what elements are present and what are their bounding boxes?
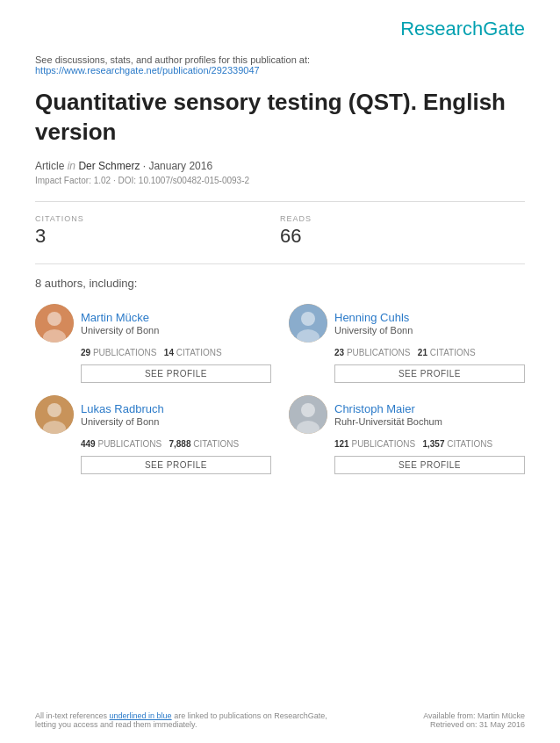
author-university-1: University of Bonn xyxy=(334,325,413,335)
author-stats-3: 121 PUBLICATIONS 1,357 CITATIONS xyxy=(334,439,525,449)
see-profile-button-3[interactable]: SEE PROFILE xyxy=(334,456,525,474)
author-university-2: University of Bonn xyxy=(81,416,164,427)
footer-left: All in-text references underlined in blu… xyxy=(35,711,327,729)
author-top-1: Henning Cuhls University of Bonn xyxy=(289,304,525,343)
author-info-2: Lukas Radbruch University of Bonn xyxy=(81,402,164,427)
author-name-1[interactable]: Henning Cuhls xyxy=(334,311,413,324)
divider-2 xyxy=(35,263,525,264)
svg-point-1 xyxy=(47,312,61,326)
author-card-2: Lukas Radbruch University of Bonn 449 PU… xyxy=(35,395,271,474)
author-avatar-3 xyxy=(289,395,327,434)
see-profile-button-2[interactable]: SEE PROFILE xyxy=(81,456,271,474)
authors-grid: Martin Mücke University of Bonn 29 PUBLI… xyxy=(35,304,525,474)
author-card-3: Christoph Maier Ruhr-Universität Bochum … xyxy=(289,395,525,474)
footer-right: Available from: Martin Mücke Retrieved o… xyxy=(423,711,525,729)
divider-1 xyxy=(35,201,525,202)
authors-label: 8 authors, including: xyxy=(35,277,525,290)
article-title: Quantitative sensory testing (QST). Engl… xyxy=(35,88,525,148)
author-name-0[interactable]: Martin Mücke xyxy=(81,311,159,324)
author-card-1: Henning Cuhls University of Bonn 23 PUBL… xyxy=(289,304,525,383)
footer: All in-text references underlined in blu… xyxy=(35,711,525,729)
see-profile-button-1[interactable]: SEE PROFILE xyxy=(334,364,525,383)
author-name-2[interactable]: Lukas Radbruch xyxy=(81,402,164,415)
reads-label: READS xyxy=(280,214,525,223)
publication-link[interactable]: https://www.researchgate.net/publication… xyxy=(35,65,260,76)
intro-text: See discussions, stats, and author profi… xyxy=(35,54,525,76)
author-top-3: Christoph Maier Ruhr-Universität Bochum xyxy=(289,395,525,434)
article-meta: Article in Der Schmerz · January 2016 xyxy=(35,160,525,172)
author-name-3[interactable]: Christoph Maier xyxy=(334,402,442,415)
brand-logo: ResearchGate xyxy=(35,18,525,40)
citations-value: 3 xyxy=(35,225,280,248)
footer-link[interactable]: underlined in blue xyxy=(110,711,172,720)
author-card-0: Martin Mücke University of Bonn 29 PUBLI… xyxy=(35,304,271,383)
article-doi: Impact Factor: 1.02 · DOI: 10.1007/s0048… xyxy=(35,176,525,185)
author-top-0: Martin Mücke University of Bonn xyxy=(35,304,271,343)
author-stats-2: 449 PUBLICATIONS 7,888 CITATIONS xyxy=(81,439,271,449)
author-avatar-0 xyxy=(35,304,74,343)
see-profile-button-0[interactable]: SEE PROFILE xyxy=(81,364,271,383)
citations-stat: CITATIONS 3 xyxy=(35,214,280,248)
author-info-1: Henning Cuhls University of Bonn xyxy=(334,311,413,335)
stats-row: CITATIONS 3 READS 66 xyxy=(35,214,525,248)
svg-point-4 xyxy=(301,312,315,326)
author-university-3: Ruhr-Universität Bochum xyxy=(334,416,442,427)
author-stats-1: 23 PUBLICATIONS 21 CITATIONS xyxy=(334,348,525,357)
svg-point-7 xyxy=(47,403,61,417)
author-university-0: University of Bonn xyxy=(81,325,159,335)
svg-point-10 xyxy=(301,403,315,417)
reads-value: 66 xyxy=(280,225,525,248)
author-avatar-2 xyxy=(35,395,74,434)
author-top-2: Lukas Radbruch University of Bonn xyxy=(35,395,271,434)
author-stats-0: 29 PUBLICATIONS 14 CITATIONS xyxy=(81,348,271,357)
citations-label: CITATIONS xyxy=(35,214,280,223)
author-info-3: Christoph Maier Ruhr-Universität Bochum xyxy=(334,402,442,427)
author-avatar-1 xyxy=(289,304,327,343)
reads-stat: READS 66 xyxy=(280,214,525,248)
author-info-0: Martin Mücke University of Bonn xyxy=(81,311,159,335)
